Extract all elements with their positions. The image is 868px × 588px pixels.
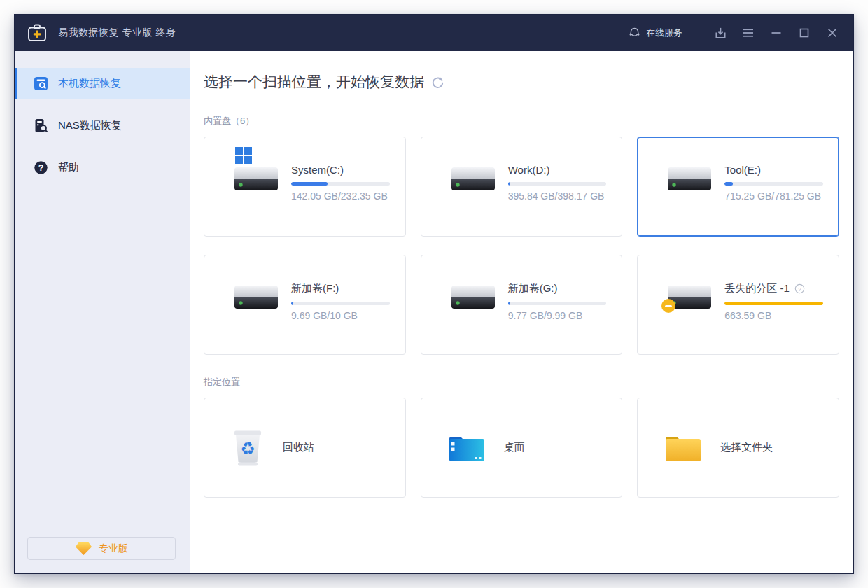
app-window: 易我数据恢复 专业版 终身 在线服务	[14, 14, 854, 574]
usage-bar	[724, 182, 823, 186]
sidebar-spacer	[15, 194, 190, 537]
svg-text:♻: ♻	[240, 438, 255, 458]
usage-text: 715.25 GB/781.25 GB	[724, 190, 823, 202]
svg-text:?: ?	[798, 286, 802, 293]
local-recovery-icon	[34, 76, 48, 91]
gem-icon	[75, 542, 92, 556]
hard-drive-icon	[667, 167, 712, 191]
desktop-folder-icon	[448, 433, 486, 463]
usage-text: 395.84 GB/398.17 GB	[508, 190, 607, 202]
drive-name: Work(D:)	[508, 164, 550, 176]
page-title: 选择一个扫描位置，开始恢复数据	[204, 72, 424, 92]
close-icon	[825, 26, 839, 40]
drive-card-work-d[interactable]: Work(D:) 395.84 GB/398.17 GB	[421, 136, 623, 237]
sidebar-item-help[interactable]: ? 帮助	[15, 152, 190, 183]
nas-recovery-icon	[34, 118, 48, 133]
drive-card-system-c[interactable]: System(C:) 142.05 GB/232.35 GB	[204, 136, 406, 237]
drive-info: System(C:) 142.05 GB/232.35 GB	[291, 164, 390, 236]
usage-bar	[291, 182, 390, 186]
drive-info: Tool(E:) 715.25 GB/781.25 GB	[724, 164, 823, 236]
usage-fill	[508, 302, 510, 305]
app-logo-toolbox-icon	[27, 24, 47, 42]
lost-partition-badge-icon	[662, 299, 676, 313]
drive-visual	[234, 167, 279, 236]
online-service-qq-icon	[628, 27, 641, 40]
drive-card-lost-partition[interactable]: 丢失的分区 -1 ? 663.59 GB	[637, 255, 839, 355]
specified-locations-grid: ♻ 回收站 桌面	[204, 398, 839, 498]
location-card-choose-folder[interactable]: 选择文件夹	[637, 398, 839, 498]
maximize-icon	[797, 26, 811, 40]
location-label: 回收站	[283, 441, 314, 454]
usage-fill	[508, 182, 510, 186]
drive-name: Tool(E:)	[724, 164, 761, 176]
usage-fill	[724, 182, 732, 186]
hamburger-menu-icon	[741, 26, 755, 40]
usage-text: 9.69 GB/10 GB	[291, 310, 390, 321]
titlebar: 易我数据恢复 专业版 终身 在线服务	[15, 15, 853, 51]
sidebar: 本机数据恢复 NAS数据恢复	[15, 51, 190, 573]
drive-info: 新加卷(G:) 9.77 GB/9.99 GB	[508, 282, 607, 354]
heading-row: 选择一个扫描位置，开始恢复数据	[204, 72, 839, 92]
drive-visual	[667, 167, 712, 236]
close-button[interactable]	[824, 24, 841, 41]
help-icon: ?	[34, 160, 48, 175]
usage-text: 9.77 GB/9.99 GB	[508, 310, 607, 321]
location-card-desktop[interactable]: 桌面	[421, 398, 623, 498]
edition-label: 专业版	[99, 542, 128, 555]
app-title: 易我数据恢复 专业版 终身	[58, 27, 176, 39]
usage-text: 663.59 GB	[724, 310, 823, 321]
drive-name: 丢失的分区 -1	[724, 282, 790, 295]
maximize-button[interactable]	[796, 24, 813, 41]
drive-name: 新加卷(G:)	[508, 282, 558, 295]
sidebar-item-nas-recovery[interactable]: NAS数据恢复	[15, 110, 190, 141]
minimize-button[interactable]	[768, 24, 785, 41]
drive-info: Work(D:) 395.84 GB/398.17 GB	[508, 164, 607, 236]
refresh-icon[interactable]	[431, 76, 444, 90]
recycle-bin-icon: ♻	[231, 428, 265, 468]
sidebar-item-label: 帮助	[58, 161, 79, 174]
menu-button[interactable]	[740, 24, 757, 41]
active-indicator-bar	[15, 68, 18, 99]
hard-drive-icon	[451, 285, 496, 309]
drive-card-new-volume-g[interactable]: 新加卷(G:) 9.77 GB/9.99 GB	[421, 255, 623, 355]
download-icon	[713, 26, 728, 41]
usage-fill	[291, 302, 293, 305]
lost-partition-help-icon[interactable]: ?	[794, 284, 805, 294]
online-service-button[interactable]: 在线服务	[628, 27, 682, 40]
usage-bar	[508, 302, 607, 305]
edition-upgrade-button[interactable]: 专业版	[27, 537, 176, 560]
usage-bar	[291, 302, 390, 305]
download-center-button[interactable]	[712, 24, 729, 41]
windows-logo-icon	[235, 147, 252, 164]
sidebar-item-local-recovery[interactable]: 本机数据恢复	[15, 68, 190, 99]
location-label: 选择文件夹	[720, 441, 773, 454]
app-body: 本机数据恢复 NAS数据恢复	[15, 51, 853, 573]
drive-name: 新加卷(F:)	[291, 282, 339, 295]
location-label: 桌面	[504, 441, 525, 454]
usage-fill	[724, 302, 823, 305]
hard-drive-icon	[451, 167, 496, 191]
sidebar-item-label: 本机数据恢复	[58, 77, 121, 90]
drive-visual	[451, 285, 496, 354]
drive-visual	[451, 167, 496, 236]
drive-visual	[234, 285, 279, 354]
drive-name: System(C:)	[291, 164, 344, 176]
drive-visual	[667, 285, 712, 354]
desktop-stage: 易我数据恢复 专业版 终身 在线服务	[0, 0, 868, 588]
usage-fill	[291, 182, 328, 186]
choose-folder-icon	[664, 433, 702, 463]
hard-drive-icon	[234, 285, 279, 309]
section-label-specified-locations: 指定位置	[204, 376, 839, 388]
usage-bar	[724, 302, 823, 305]
section-label-internal-disks: 内置盘（6）	[204, 115, 839, 127]
svg-text:?: ?	[38, 163, 44, 173]
location-card-recycle-bin[interactable]: ♻ 回收站	[204, 398, 406, 498]
internal-disks-grid: System(C:) 142.05 GB/232.35 GB	[204, 136, 839, 355]
minimize-icon	[769, 26, 783, 40]
usage-text: 142.05 GB/232.35 GB	[291, 190, 390, 202]
online-service-label: 在线服务	[646, 27, 682, 39]
drive-card-new-volume-f[interactable]: 新加卷(F:) 9.69 GB/10 GB	[204, 255, 406, 355]
drive-info: 丢失的分区 -1 ? 663.59 GB	[724, 282, 823, 354]
drive-card-tool-e[interactable]: Tool(E:) 715.25 GB/781.25 GB	[637, 136, 839, 237]
sidebar-item-label: NAS数据恢复	[58, 119, 122, 132]
